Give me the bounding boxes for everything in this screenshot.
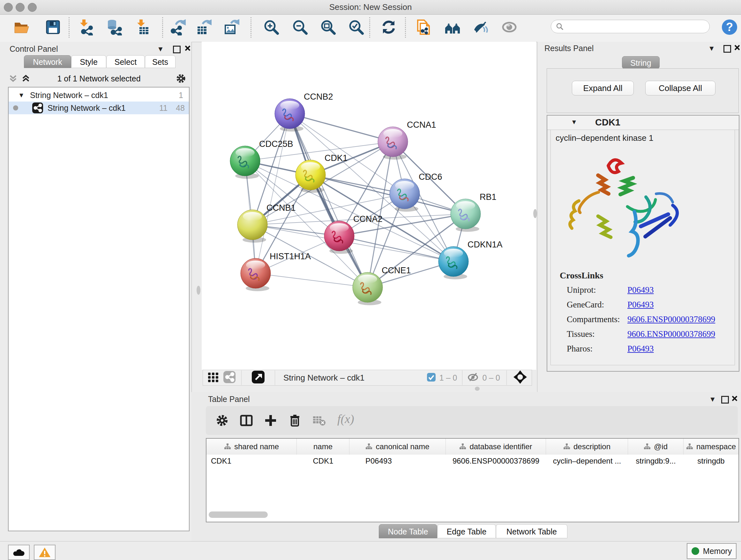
control-panel-menu-icon[interactable]: ▼ [157, 45, 164, 53]
table-panel-menu-icon[interactable]: ▼ [709, 395, 716, 403]
tab-edge-table[interactable]: Edge Table [437, 524, 496, 538]
birdseye-grid-icon[interactable] [207, 371, 219, 384]
tab-node-table[interactable]: Node Table [379, 524, 437, 538]
tab-network-table[interactable]: Network Table [496, 524, 567, 538]
gene-entry-header[interactable]: ▼ CDK1 [547, 116, 739, 130]
delete-table-icon[interactable] [313, 415, 326, 428]
control-panel-float-icon[interactable] [173, 46, 181, 53]
new-network-from-selection-icon[interactable] [414, 17, 432, 38]
collection-count: 1 [179, 89, 183, 102]
add-column-icon[interactable] [264, 414, 277, 428]
zoom-out-icon[interactable] [291, 17, 309, 38]
network-edge[interactable] [339, 236, 454, 261]
results-panel-float-icon[interactable] [724, 45, 731, 53]
import-table-icon[interactable] [134, 17, 151, 38]
show-all-icon[interactable] [500, 17, 518, 38]
right-splitter-handle[interactable] [533, 209, 537, 218]
results-panel-close-icon[interactable] [734, 44, 740, 52]
import-network-icon[interactable] [77, 17, 94, 38]
crosslink-tissues-link[interactable]: 9606.ENSP00000378699 [627, 329, 715, 339]
table-cell[interactable]: stringdb:9... [628, 455, 684, 468]
tab-select[interactable]: Select [106, 55, 145, 68]
network-options-gear-icon[interactable] [176, 73, 186, 85]
crosslink-genecard-link[interactable]: P06493 [627, 300, 654, 310]
cloud-status-button[interactable] [8, 545, 30, 560]
zoom-selected-icon[interactable] [347, 17, 365, 38]
open-session-icon[interactable] [13, 17, 30, 38]
table-cell[interactable]: cyclin–dependent ... [546, 455, 628, 468]
column-header-database-identifier[interactable]: database identifier [446, 439, 546, 455]
network-view-canvas[interactable]: CCNB2CCNA1CDC25BCDK1CDC6RB1CCNB1CCNA2CDK… [202, 42, 536, 370]
zoom-fit-icon[interactable] [319, 17, 337, 38]
help-icon[interactable]: ? [721, 17, 738, 38]
results-list-box: ▼ CDK1 cyclin–dependent kinase 1 [547, 115, 739, 372]
table-cell[interactable]: 9606.ENSP00000378699 [446, 455, 546, 468]
selected-count: 1 – 0 [440, 373, 457, 382]
network-node-cdkn1a[interactable]: CDKN1A [439, 240, 502, 279]
zoom-in-icon[interactable] [262, 17, 280, 38]
export-table-icon[interactable] [194, 17, 212, 38]
tab-string[interactable]: String [622, 56, 660, 69]
open-in-window-icon[interactable] [252, 371, 265, 385]
show-columns-icon[interactable] [240, 414, 253, 428]
entry-collapse-icon[interactable]: ▼ [571, 118, 577, 126]
export-image-icon[interactable] [222, 17, 240, 38]
refresh-icon[interactable] [380, 17, 398, 38]
column-header-id[interactable]: @id [628, 439, 684, 455]
warnings-button[interactable] [34, 545, 56, 560]
column-header-canonical-name[interactable]: canonical name [349, 439, 446, 455]
tab-sets[interactable]: Sets [145, 55, 176, 68]
horizontal-splitter-handle[interactable] [475, 387, 480, 391]
search-field[interactable] [564, 22, 699, 31]
column-header-namespace[interactable]: namespace [684, 439, 738, 455]
hide-selection-icon[interactable] [472, 17, 489, 38]
network-edge[interactable] [290, 114, 367, 287]
collapse-all-button[interactable]: Collapse All [645, 81, 716, 96]
expand-all-button[interactable]: Expand All [572, 81, 634, 96]
pan-crosshair-icon[interactable] [513, 370, 527, 385]
import-network-from-database-icon[interactable] [105, 17, 123, 38]
column-header-shared-name[interactable]: shared name [206, 439, 297, 455]
delete-column-icon[interactable] [288, 414, 301, 428]
network-node-ccne1[interactable]: CCNE1 [353, 266, 411, 305]
search-input[interactable] [551, 20, 710, 33]
column-header-name[interactable]: name [297, 439, 349, 455]
results-panel-menu-icon[interactable]: ▼ [708, 44, 715, 53]
table-panel-float-icon[interactable] [721, 396, 729, 403]
network-tree-row-selected[interactable]: String Network – cdk1 11 48 [9, 102, 189, 114]
network-graph[interactable]: CCNB2CCNA1CDC25BCDK1CDC6RB1CCNB1CCNA2CDK… [202, 42, 536, 370]
table-settings-gear-icon[interactable] [215, 414, 229, 428]
table-cell[interactable]: stringdb [684, 455, 738, 468]
table-cell[interactable]: CDK1 [297, 455, 349, 468]
network-edge[interactable] [256, 273, 367, 287]
network-tree-root-row[interactable]: ▼ String Network – cdk1 1 [9, 89, 189, 102]
tab-network[interactable]: Network [24, 55, 71, 68]
selected-checkbox-icon[interactable] [427, 373, 435, 383]
table-cell[interactable]: P06493 [349, 455, 462, 468]
crosslink-compartments-link[interactable]: 9606.ENSP00000378699 [627, 314, 715, 324]
tab-style[interactable]: Style [71, 55, 106, 68]
memory-button[interactable]: Memory [687, 543, 737, 559]
expand-all-networks-icon[interactable] [22, 74, 30, 84]
network-node-rb1[interactable]: RB1 [451, 192, 496, 232]
function-builder-icon[interactable]: f(x) [337, 412, 354, 426]
network-node-ccnb2[interactable]: CCNB2 [275, 92, 333, 132]
network-node-ccna1[interactable]: CCNA1 [378, 120, 436, 160]
network-edge[interactable] [256, 114, 290, 273]
save-session-icon[interactable] [44, 17, 62, 38]
first-neighbors-icon[interactable] [444, 17, 461, 38]
table-panel-close-icon[interactable] [731, 395, 738, 403]
collapse-all-networks-icon[interactable] [9, 74, 17, 84]
crosslink-uniprot-link[interactable]: P06493 [627, 285, 654, 295]
table-horizontal-scrollbar[interactable] [209, 511, 268, 518]
string-style-icon[interactable] [223, 371, 235, 384]
control-panel-close-icon[interactable] [185, 45, 191, 53]
tree-expand-icon[interactable]: ▼ [18, 89, 24, 102]
table-cell[interactable]: CDK1 [206, 455, 301, 468]
crosslink-pharos-link[interactable]: P06493 [627, 344, 654, 354]
column-header-description[interactable]: description [546, 439, 628, 455]
network-node-hist1h1a[interactable]: HIST1H1A [241, 252, 311, 291]
left-splitter-handle[interactable] [197, 286, 200, 295]
hidden-eye-icon[interactable] [468, 372, 478, 383]
export-network-icon[interactable] [169, 17, 187, 38]
